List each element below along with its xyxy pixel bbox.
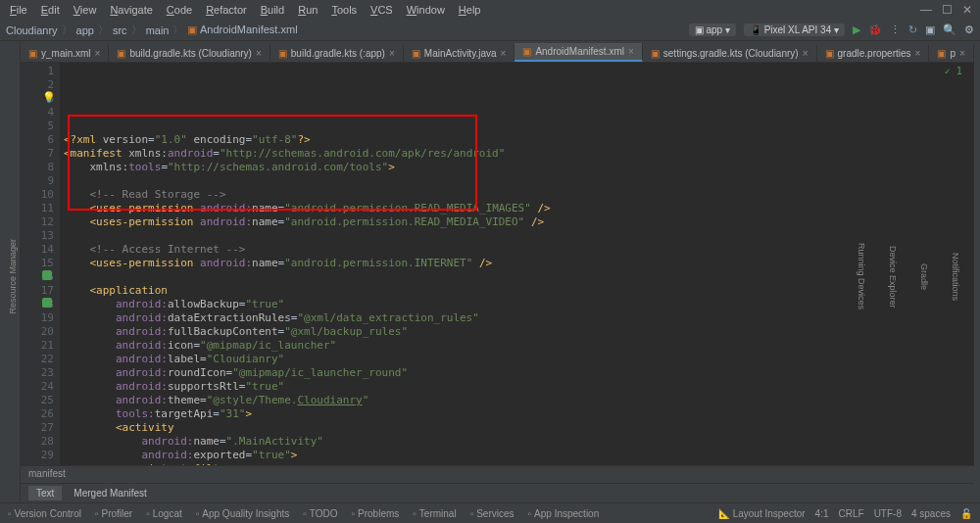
editor-tab[interactable]: ▣build.gradle.kts (Cloudianry)× xyxy=(109,45,270,62)
editor-mode-tab[interactable]: Text xyxy=(28,486,62,500)
close-tab-icon[interactable]: × xyxy=(95,48,101,59)
tool-window-button[interactable]: Resource Manager xyxy=(6,235,20,318)
menu-refactor[interactable]: Refactor xyxy=(200,2,253,18)
line-number[interactable]: 10 xyxy=(23,188,54,202)
line-number[interactable]: 4 xyxy=(23,106,54,119)
code-line[interactable]: <?xml version="1.0" encoding="utf-8"?> xyxy=(64,133,970,147)
read-only-toggle[interactable]: 🔓 xyxy=(960,508,972,519)
tool-window-button[interactable]: ▫Profiler xyxy=(95,508,132,519)
code-line[interactable] xyxy=(64,270,970,284)
tool-window-button[interactable]: ▫Terminal xyxy=(413,508,456,519)
more-actions-button[interactable]: ⋮ xyxy=(890,24,901,36)
code-line[interactable]: android:fullBackupContent="@xml/backup_r… xyxy=(64,325,970,339)
close-tab-icon[interactable]: × xyxy=(389,48,395,59)
line-number[interactable]: 26 xyxy=(23,407,54,421)
code-line[interactable]: <!-- Read Storage --> xyxy=(64,188,970,202)
line-number[interactable]: 12 xyxy=(23,215,54,229)
layout-inspector-button[interactable]: 📐 Layout Inspector xyxy=(718,508,806,519)
code-line[interactable]: <manifest xmlns:android="http://schemas.… xyxy=(64,147,970,161)
editor-tab[interactable]: ▣p× xyxy=(929,45,973,62)
editor-tab[interactable]: ▣MainActivity.java× xyxy=(404,45,515,62)
device-selector[interactable]: 📱 Pixel XL API 34 ▾ xyxy=(744,24,845,36)
code-line[interactable]: xmlns:tools="http://schemas.android.com/… xyxy=(64,161,970,174)
close-tab-icon[interactable]: × xyxy=(501,48,507,59)
tool-window-button[interactable]: ▫Version Control xyxy=(8,508,81,519)
line-number[interactable]: 1 xyxy=(23,65,54,78)
line-number[interactable]: 27 xyxy=(23,421,54,435)
caret-position[interactable]: 4:1 xyxy=(815,508,829,519)
menu-vcs[interactable]: VCS xyxy=(365,2,399,18)
close-button[interactable]: ✕ xyxy=(962,3,972,17)
minimize-button[interactable]: — xyxy=(920,3,932,17)
code-content[interactable]: 💡 ✓ 1 <?xml version="1.0" encoding="utf-… xyxy=(60,63,974,465)
line-number[interactable]: 23 xyxy=(23,366,54,380)
code-line[interactable]: android:name=".MainActivity" xyxy=(64,435,970,449)
code-line[interactable] xyxy=(64,229,970,243)
menu-run[interactable]: Run xyxy=(292,2,323,18)
breadcrumb-item[interactable]: ▣ AndroidManifest.xml xyxy=(187,24,297,36)
code-line[interactable]: <application xyxy=(64,284,970,298)
run-button[interactable]: ▶ xyxy=(853,24,860,36)
breadcrumb-item[interactable]: src xyxy=(113,24,127,36)
line-number[interactable]: 22 xyxy=(23,353,54,366)
line-number[interactable]: 6 xyxy=(23,133,54,147)
line-number[interactable]: 5 xyxy=(23,119,54,133)
sync-button[interactable]: ↻ xyxy=(908,24,917,36)
settings-button[interactable]: ⚙ xyxy=(964,24,974,36)
line-number[interactable]: 17 xyxy=(23,284,54,298)
search-button[interactable]: 🔍 xyxy=(943,24,956,36)
line-number[interactable]: 8 xyxy=(23,161,54,174)
menu-build[interactable]: Build xyxy=(255,2,290,18)
code-line[interactable]: android:icon="@mipmap/ic_launcher" xyxy=(64,339,970,353)
close-tab-icon[interactable]: × xyxy=(959,48,965,59)
close-tab-icon[interactable]: × xyxy=(915,48,921,59)
line-number[interactable]: 2 xyxy=(23,78,54,92)
tool-window-button[interactable]: ▫App Quality Insights xyxy=(196,508,289,519)
code-line[interactable]: tools:targetApi="31"> xyxy=(64,407,970,421)
menu-code[interactable]: Code xyxy=(161,2,198,18)
editor-tab[interactable]: ▣build.gradle.kts (:app)× xyxy=(270,45,404,62)
tool-window-button[interactable]: ▫TODO xyxy=(303,508,337,519)
code-line[interactable]: <!-- Access Internet --> xyxy=(64,243,970,257)
breadcrumb-item[interactable]: Cloudianry xyxy=(6,24,58,36)
line-number[interactable]: 24 xyxy=(23,380,54,394)
code-line[interactable]: <uses-permission android:name="android.p… xyxy=(64,215,970,229)
menu-window[interactable]: Window xyxy=(401,2,451,18)
inspection-status[interactable]: ✓ 1 xyxy=(945,65,962,78)
encoding[interactable]: UTF-8 xyxy=(874,508,902,519)
indent[interactable]: 4 spaces xyxy=(911,508,951,519)
line-number[interactable]: 28 xyxy=(23,435,54,449)
editor-tab[interactable]: ▣settings.gradle.kts (Cloudianry)× xyxy=(643,45,817,62)
code-line[interactable]: android:roundIcon="@mipmap/ic_launcher_r… xyxy=(64,366,970,380)
code-line[interactable]: <uses-permission android:name="android.p… xyxy=(64,257,970,270)
intention-bulb-icon[interactable]: 💡 xyxy=(42,91,56,105)
menu-help[interactable]: Help xyxy=(453,2,487,18)
line-number[interactable]: 13 xyxy=(23,229,54,243)
menu-edit[interactable]: Edit xyxy=(35,2,66,18)
editor-tab[interactable]: ▣y_main.xml× xyxy=(21,45,109,62)
line-ending[interactable]: CRLF xyxy=(839,508,864,519)
editor-mode-tab[interactable]: Merged Manifest xyxy=(66,486,154,500)
maximize-button[interactable]: ☐ xyxy=(942,3,953,17)
editor-tab[interactable]: ▣AndroidManifest.xml× xyxy=(514,43,642,62)
line-number[interactable]: 11 xyxy=(23,202,54,215)
line-number[interactable]: 19 xyxy=(23,311,54,325)
code-line[interactable]: android:dataExtractionRules="@xml/data_e… xyxy=(64,311,970,325)
line-number[interactable]: 20 xyxy=(23,325,54,339)
menu-file[interactable]: File xyxy=(4,2,33,18)
avd-button[interactable]: ▣ xyxy=(925,24,935,36)
editor-breadcrumb[interactable]: manifest xyxy=(21,465,974,483)
editor-tab[interactable]: ▣gradle.properties× xyxy=(817,45,930,62)
code-line[interactable]: android:allowBackup="true" xyxy=(64,298,970,311)
code-line[interactable]: android:label="Cloudianry" xyxy=(64,353,970,366)
menu-navigate[interactable]: Navigate xyxy=(104,2,158,18)
breadcrumb-item[interactable]: app xyxy=(76,24,94,36)
line-number[interactable]: 25 xyxy=(23,394,54,407)
debug-button[interactable]: 🐞 xyxy=(868,24,882,36)
line-number[interactable]: 29 xyxy=(23,449,54,462)
close-tab-icon[interactable]: × xyxy=(628,46,634,57)
menu-tools[interactable]: Tools xyxy=(325,2,363,18)
code-area[interactable]: 1234567891011121314151617181920212223242… xyxy=(21,63,974,465)
line-number[interactable]: 21 xyxy=(23,339,54,353)
menu-view[interactable]: View xyxy=(68,2,103,18)
